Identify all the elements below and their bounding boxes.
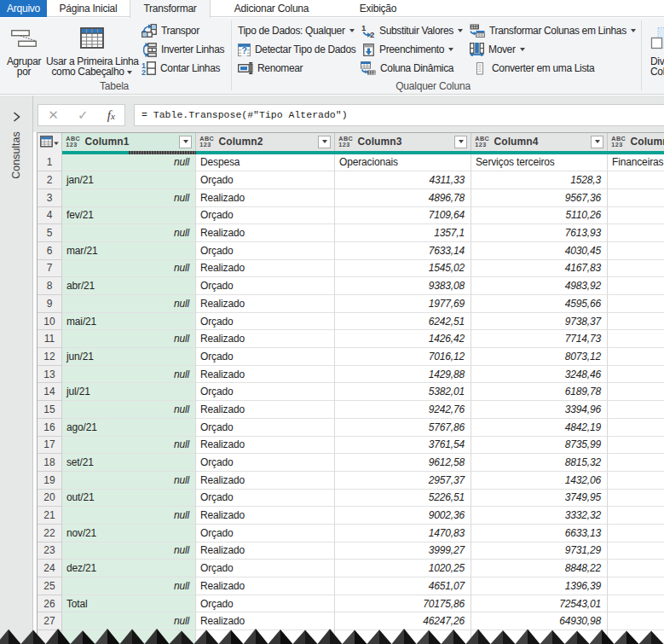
svg-text:2: 2 [370, 30, 374, 38]
svg-text:2: 2 [141, 68, 146, 75]
svg-text:?: ? [242, 44, 247, 55]
svg-text:1: 1 [361, 24, 367, 32]
